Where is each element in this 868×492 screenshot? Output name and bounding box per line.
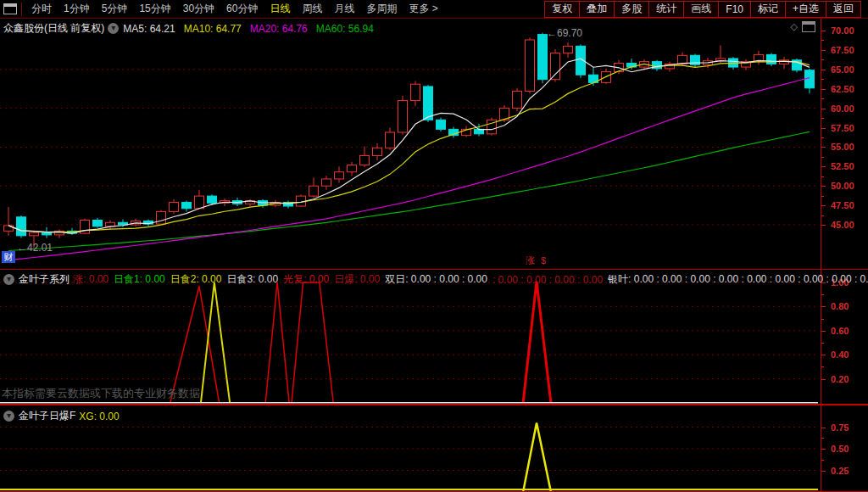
indicator-token-1: 日食1: 0.00	[114, 272, 165, 287]
axis-label: 52.50	[831, 161, 854, 171]
axis-label: 70.00	[831, 25, 854, 36]
window-menu-button[interactable]	[0, 3, 21, 14]
menu-item-6[interactable]: 日线	[264, 2, 296, 16]
indicator-dropdown-icon2[interactable]: ▾	[3, 411, 14, 422]
axis-tick	[821, 186, 826, 187]
ma20-line	[8, 78, 810, 260]
menu-item-1[interactable]: 1分钟	[58, 2, 96, 16]
axis-minor-tick	[821, 176, 824, 177]
toolbar-divider	[21, 3, 22, 16]
ma-label-3: MA60: 56.94	[316, 23, 374, 35]
signal-yellow	[201, 282, 230, 403]
grid-lines	[0, 282, 818, 379]
indicator-panel-rbf: ▾ 金叶子日爆F XG: 0.00	[0, 405, 868, 492]
panel-divider-1[interactable]	[0, 269, 868, 270]
indicator-token-0: 涨: 0.00	[73, 272, 108, 287]
axis-label: 0.75	[831, 422, 849, 433]
toolbar-button-7[interactable]: +自选	[785, 1, 826, 18]
axis-tick	[821, 147, 826, 148]
axis-label: 67.50	[831, 45, 854, 55]
axis-minor-tick	[821, 366, 824, 367]
axis-tick	[821, 50, 826, 51]
indicator-title2: 金叶子日爆F	[19, 409, 75, 423]
toolbar-button-1[interactable]: 叠加	[579, 1, 615, 18]
signal-red-2	[265, 282, 289, 403]
axis-minor-tick	[821, 98, 824, 99]
axis-minor-tick	[821, 118, 824, 119]
zero-line-bottom	[0, 489, 818, 490]
stock-title: 众鑫股份(日线 前复权)	[3, 21, 104, 36]
toolbar-button-4[interactable]: 画线	[683, 1, 719, 18]
trading-terminal: 分时1分钟5分钟15分钟30分钟60分钟日线周线月线多周期更多 > 复权叠加多股…	[0, 0, 868, 492]
axis-minor-tick	[821, 460, 824, 461]
ma10-line	[8, 61, 810, 232]
axis-tick	[821, 306, 826, 307]
axis-tick	[821, 31, 826, 31]
axis-label: 45.00	[831, 220, 854, 230]
indicator-dropdown-icon[interactable]: ▾	[3, 274, 14, 285]
title-dropdown-icon[interactable]: ▾	[108, 23, 119, 34]
toolbar-buttons: 复权叠加多股统计画线F10标记+自选返回	[545, 1, 861, 18]
axis-tick	[821, 331, 826, 332]
menu-item-2[interactable]: 5分钟	[96, 2, 134, 16]
axis-tick	[821, 205, 826, 206]
axis-tick	[821, 379, 826, 380]
axis-tick	[821, 128, 826, 129]
toolbar-button-0[interactable]: 复权	[544, 1, 580, 18]
menu-item-8[interactable]: 月线	[328, 2, 360, 16]
ma-label-0: MA5: 64.21	[123, 23, 175, 35]
indicator-header-jyz: ▾ 金叶子系列 涨: 0.00日食1: 0.00日食2: 0.00日食3: 0.…	[3, 272, 868, 287]
indicator-title: 金叶子系列	[19, 272, 70, 287]
axis-minor-tick	[821, 40, 824, 41]
toolbar-button-5[interactable]: F10	[718, 1, 751, 18]
finance-badge[interactable]: 财	[2, 251, 15, 263]
toolbar-button-3[interactable]: 统计	[648, 1, 684, 18]
indicator-chart-jyz[interactable]	[0, 270, 821, 405]
indicator-header-rbf: ▾ 金叶子日爆F XG: 0.00	[3, 409, 125, 423]
grid-lines	[0, 428, 818, 471]
window-icon	[3, 3, 17, 14]
ma-legend: MA5: 64.21MA10: 64.77MA20: 64.76MA60: 56…	[123, 23, 382, 35]
indicator-token-7: : 0.00 : 0.00 : 0.00 : 0.00	[492, 274, 603, 286]
ma60-line	[8, 131, 810, 250]
indicator-token-3: 日食3: 0.00	[226, 272, 278, 287]
menu-item-4[interactable]: 30分钟	[177, 2, 220, 16]
diamond-icon[interactable]: ◇	[791, 21, 798, 32]
candlestick-chart[interactable]	[0, 19, 821, 270]
menu-item-10[interactable]: 更多 >	[403, 2, 443, 16]
indicator-token-8: 银叶: 0.00 : 0.00 : 0.00 : 0.00 : 0.00 : 0…	[608, 272, 868, 287]
ma-label-2: MA20: 64.76	[250, 23, 308, 35]
axis-minor-tick	[821, 294, 824, 295]
panel-divider-2[interactable]	[0, 404, 868, 405]
menu-item-9[interactable]: 多周期	[360, 2, 403, 16]
axis-minor-tick	[821, 319, 824, 320]
axis-label: 0.50	[831, 444, 849, 454]
period-menu: 分时1分钟5分钟15分钟30分钟60分钟日线周线月线多周期更多 >	[25, 2, 444, 16]
maximize-icon[interactable]	[802, 21, 815, 32]
axis-tick	[821, 70, 826, 70]
zero-line-mid	[0, 402, 818, 403]
candles-group	[4, 33, 815, 249]
axis-label: 0.60	[831, 326, 849, 336]
toolbar-button-2[interactable]: 多股	[614, 1, 649, 18]
toolbar-button-6[interactable]: 标记	[750, 1, 786, 18]
axis-label: 55.00	[831, 142, 854, 152]
xg-value: XG: 0.00	[79, 411, 119, 422]
indicator-panel-jyz: 本指标需要云数据或下载的专业财务数据 ▾ 金叶子系列 涨: 0.00日食1: 0…	[0, 270, 868, 405]
axis-label: 0.40	[831, 349, 849, 360]
axis-minor-tick	[821, 438, 824, 439]
axis-tick	[821, 166, 826, 167]
watermark-text: 本指标需要云数据或下载的专业财务数据	[2, 386, 200, 401]
menu-item-7[interactable]: 周线	[296, 2, 328, 16]
axis-minor-tick	[821, 79, 824, 80]
axis-tick	[821, 225, 826, 226]
chart-corner-tools: ◇	[791, 21, 815, 32]
menu-item-5[interactable]: 60分钟	[220, 2, 264, 16]
menu-item-3[interactable]: 15分钟	[133, 2, 176, 16]
toolbar-button-8[interactable]: 返回	[826, 1, 861, 18]
indicator-values: 涨: 0.00日食1: 0.00日食2: 0.00日食3: 0.00光复: 0.…	[73, 272, 868, 287]
axis-label: 50.00	[831, 181, 854, 191]
price-annotation-1: ←69.70	[547, 27, 582, 39]
info-mine-marker[interactable]: 涨 $	[526, 254, 548, 267]
menu-item-0[interactable]: 分时	[25, 2, 58, 16]
